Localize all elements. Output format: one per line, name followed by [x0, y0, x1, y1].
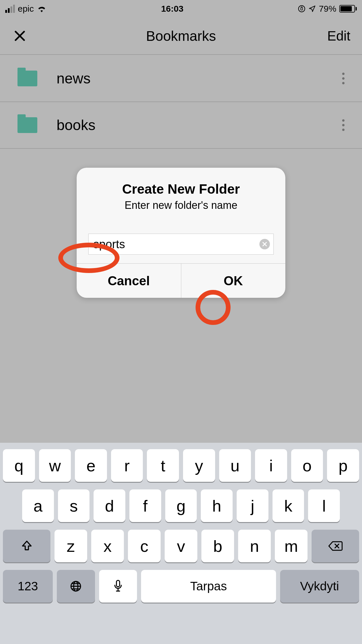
key-q[interactable]: q [3, 449, 35, 482]
wifi-icon [37, 5, 47, 12]
cellular-signal-icon [5, 5, 15, 13]
carrier-label: epic [18, 4, 34, 14]
create-folder-dialog: Create New Folder Enter new folder's nam… [77, 168, 285, 298]
key-n[interactable]: n [238, 530, 271, 562]
globe-icon [69, 580, 82, 593]
bookmark-folder-list: news books [0, 55, 362, 149]
key-f[interactable]: f [129, 489, 161, 522]
close-button[interactable] [12, 28, 28, 44]
clear-input-button[interactable] [259, 239, 270, 249]
dialog-message: Enter new folder's name [88, 199, 274, 211]
folder-name: news [57, 70, 336, 87]
page-title: Bookmarks [0, 28, 362, 44]
location-icon [308, 5, 316, 13]
folder-icon [17, 117, 37, 133]
backspace-key[interactable] [312, 530, 359, 562]
svg-rect-1 [301, 8, 303, 10]
annotation-circle [196, 290, 231, 325]
return-key[interactable]: Vykdyti [280, 570, 359, 603]
shift-key[interactable] [3, 530, 50, 562]
key-x[interactable]: x [91, 530, 124, 562]
close-icon [13, 29, 26, 42]
more-options-button[interactable] [336, 113, 350, 137]
dialog-title: Create New Folder [88, 181, 274, 197]
svg-rect-4 [116, 580, 120, 587]
numbers-key[interactable]: 123 [3, 570, 53, 603]
key-g[interactable]: g [165, 489, 197, 522]
battery-icon [339, 5, 357, 13]
key-o[interactable]: o [291, 449, 323, 482]
key-v[interactable]: v [165, 530, 197, 562]
key-h[interactable]: h [201, 489, 233, 522]
folder-name-input[interactable] [93, 238, 256, 251]
key-p[interactable]: p [327, 449, 359, 482]
folder-icon [17, 71, 37, 86]
shift-icon [20, 540, 33, 552]
battery-percent: 79% [319, 4, 336, 14]
key-j[interactable]: j [237, 489, 268, 522]
backspace-icon [328, 540, 343, 552]
key-s[interactable]: s [58, 489, 90, 522]
key-k[interactable]: k [273, 489, 304, 522]
key-a[interactable]: a [22, 489, 54, 522]
edit-button[interactable]: Edit [327, 28, 350, 44]
list-item[interactable]: books [0, 102, 362, 149]
annotation-circle [58, 243, 120, 273]
ok-button[interactable]: OK [181, 264, 286, 298]
key-e[interactable]: e [75, 449, 107, 482]
key-u[interactable]: u [219, 449, 251, 482]
folder-name: books [57, 117, 336, 134]
list-item[interactable]: news [0, 55, 362, 102]
status-bar: epic 16:03 79% [0, 0, 362, 18]
clear-icon [262, 242, 267, 247]
dictation-key[interactable] [99, 570, 137, 603]
orientation-lock-icon [298, 5, 305, 13]
key-w[interactable]: w [39, 449, 71, 482]
on-screen-keyboard: q w e r t y u i o p a s d f g h j k l z … [0, 443, 362, 644]
key-t[interactable]: t [147, 449, 179, 482]
key-r[interactable]: r [111, 449, 143, 482]
clock: 16:03 [161, 4, 184, 14]
key-c[interactable]: c [128, 530, 161, 562]
more-options-button[interactable] [336, 67, 350, 90]
key-m[interactable]: m [275, 530, 307, 562]
globe-key[interactable] [57, 570, 95, 603]
microphone-icon [113, 580, 123, 593]
key-z[interactable]: z [55, 530, 87, 562]
key-l[interactable]: l [308, 489, 340, 522]
key-y[interactable]: y [183, 449, 215, 482]
space-key[interactable]: Tarpas [141, 570, 276, 603]
nav-header: Bookmarks Edit [0, 18, 362, 55]
key-i[interactable]: i [255, 449, 287, 482]
key-b[interactable]: b [201, 530, 234, 562]
key-d[interactable]: d [94, 489, 125, 522]
